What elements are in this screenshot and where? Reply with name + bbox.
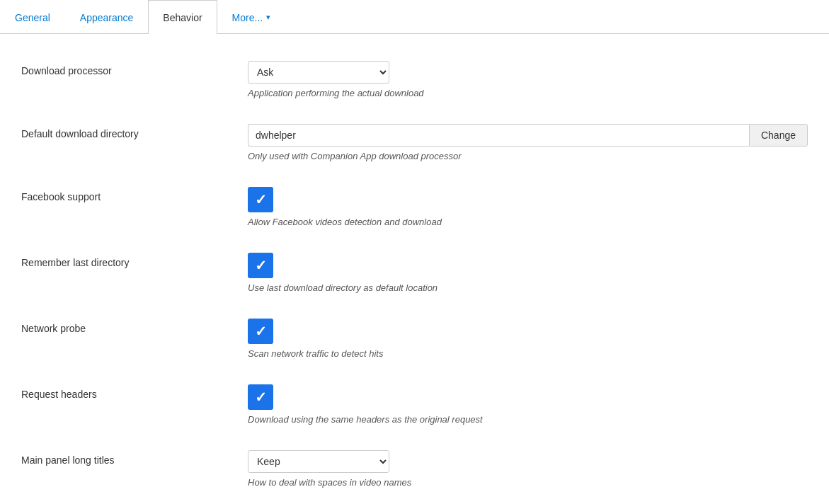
facebook-support-desc: Allow Facebook videos detection and down… xyxy=(248,217,808,227)
checkmark-icon: ✓ xyxy=(255,258,267,273)
default-directory-desc: Only used with Companion App download pr… xyxy=(248,151,808,161)
facebook-support-checkbox[interactable]: ✓ xyxy=(248,187,273,212)
network-probe-checkbox[interactable]: ✓ xyxy=(248,319,273,344)
main-panel-long-titles-label: Main panel long titles xyxy=(21,450,248,466)
remember-last-directory-checkbox-wrap: ✓ xyxy=(248,253,808,278)
facebook-support-label: Facebook support xyxy=(21,187,248,202)
main-panel-long-titles-control: Keep Truncate Wrap How to deal with spac… xyxy=(248,450,808,488)
tab-behavior[interactable]: Behavior xyxy=(148,0,217,34)
remember-last-directory-desc: Use last download directory as default l… xyxy=(248,282,808,293)
checkmark-icon: ✓ xyxy=(255,390,267,404)
chevron-down-icon: ▾ xyxy=(266,13,270,22)
setting-facebook-support: Facebook support ✓ Allow Facebook videos… xyxy=(21,174,808,240)
tab-more[interactable]: More... ▾ xyxy=(217,0,286,34)
download-processor-label: Download processor xyxy=(21,61,248,76)
remember-last-directory-label: Remember last directory xyxy=(21,253,248,268)
request-headers-label: Request headers xyxy=(21,384,248,400)
directory-input[interactable] xyxy=(248,124,749,147)
network-probe-label: Network probe xyxy=(21,319,248,334)
download-processor-desc: Application performing the actual downlo… xyxy=(248,88,808,98)
facebook-support-control: ✓ Allow Facebook videos detection and do… xyxy=(248,187,808,227)
network-probe-checkbox-wrap: ✓ xyxy=(248,319,808,344)
change-directory-button[interactable]: Change xyxy=(749,124,808,147)
remember-last-directory-control: ✓ Use last download directory as default… xyxy=(248,253,808,293)
default-directory-label: Default download directory xyxy=(21,124,248,139)
main-panel-long-titles-select[interactable]: Keep Truncate Wrap xyxy=(248,450,389,473)
setting-remember-last-directory: Remember last directory ✓ Use last downl… xyxy=(21,240,808,306)
network-probe-desc: Scan network traffic to detect hits xyxy=(248,348,808,359)
request-headers-control: ✓ Download using the same headers as the… xyxy=(248,384,808,425)
setting-network-probe: Network probe ✓ Scan network traffic to … xyxy=(21,306,808,372)
download-processor-select[interactable]: Ask Default Companion App xyxy=(248,61,389,84)
main-panel-long-titles-desc: How to deal with spaces in video names xyxy=(248,477,808,488)
tab-more-label: More... xyxy=(232,12,263,23)
setting-request-headers: Request headers ✓ Download using the sam… xyxy=(21,372,808,437)
checkmark-icon: ✓ xyxy=(255,324,267,338)
checkmark-icon: ✓ xyxy=(255,193,267,207)
tab-behavior-label: Behavior xyxy=(163,12,202,23)
tabs-bar: General Appearance Behavior More... ▾ xyxy=(0,0,829,34)
facebook-support-checkbox-wrap: ✓ xyxy=(248,187,808,212)
request-headers-desc: Download using the same headers as the o… xyxy=(248,414,808,425)
request-headers-checkbox-wrap: ✓ xyxy=(248,384,808,410)
settings-panel: Download processor Ask Default Companion… xyxy=(0,34,829,504)
tab-appearance[interactable]: Appearance xyxy=(65,0,149,34)
remember-last-directory-checkbox[interactable]: ✓ xyxy=(248,253,273,278)
default-directory-control: Change Only used with Companion App down… xyxy=(248,124,808,161)
setting-main-panel-long-titles: Main panel long titles Keep Truncate Wra… xyxy=(21,437,808,500)
setting-download-processor: Download processor Ask Default Companion… xyxy=(21,48,808,111)
request-headers-checkbox[interactable]: ✓ xyxy=(248,384,273,410)
tab-general[interactable]: General xyxy=(0,0,65,34)
tab-appearance-label: Appearance xyxy=(80,12,134,23)
setting-default-directory: Default download directory Change Only u… xyxy=(21,111,808,174)
tab-general-label: General xyxy=(15,12,50,23)
network-probe-control: ✓ Scan network traffic to detect hits xyxy=(248,319,808,359)
download-processor-control: Ask Default Companion App Application pe… xyxy=(248,61,808,98)
directory-input-row: Change xyxy=(248,124,808,147)
